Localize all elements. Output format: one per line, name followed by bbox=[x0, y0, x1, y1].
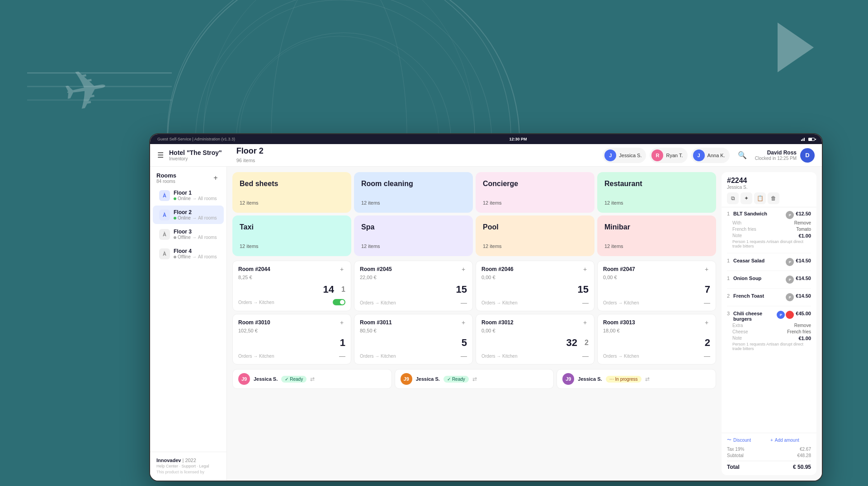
user-avatar[interactable]: D bbox=[800, 148, 815, 163]
order-item-soup: 1 Onion Soup P €14.50 bbox=[727, 276, 811, 289]
room-2046-add[interactable]: + bbox=[581, 266, 589, 273]
service-taxi[interactable]: Taxi 12 items bbox=[232, 215, 351, 256]
room-2046[interactable]: Room #2046 + 0,00 € 15 Orders → Kitchen … bbox=[476, 261, 594, 311]
toast-price: €14.50 bbox=[796, 293, 811, 299]
staff3-name: Jessica S. bbox=[578, 376, 602, 382]
room-3013-add[interactable]: + bbox=[703, 319, 710, 326]
room-2044-add[interactable]: + bbox=[338, 266, 345, 273]
staff2-badge: J9 bbox=[401, 373, 412, 385]
room-3013[interactable]: Room #3013 + 18,00 € 2 Orders → Kitchen … bbox=[597, 314, 716, 364]
search-button[interactable]: 🔍 bbox=[735, 148, 750, 163]
room-2044[interactable]: Room #2044 + 8,25 € 14 1 Orders → Kitche… bbox=[232, 261, 351, 311]
room-2045-dash: — bbox=[461, 299, 467, 306]
order-totals: Tax 19% €2.67 Subtotal €48.28 Total € 50… bbox=[727, 447, 811, 470]
room-3010-flow: Orders → Kitchen bbox=[238, 354, 274, 359]
room-2047[interactable]: Room #2047 + 0,00 € 7 Orders → Kitchen — bbox=[597, 261, 716, 311]
ryan-name: Ryan T. bbox=[666, 153, 683, 158]
menu-icon[interactable]: ☰ bbox=[157, 151, 164, 159]
sidebar-item-floor2[interactable]: À Floor 2 Online → All rooms bbox=[153, 206, 224, 224]
room-2045[interactable]: Room #2045 + 22,00 € 15 Orders → Kitchen… bbox=[354, 261, 473, 311]
room-2044-toggle[interactable] bbox=[333, 299, 345, 305]
discount-label: Discount bbox=[733, 438, 751, 443]
room-3011-price: 80,50 € bbox=[360, 328, 467, 333]
order-copy-btn[interactable]: 📋 bbox=[754, 192, 766, 204]
blt-note-price: €1.00 bbox=[798, 233, 811, 238]
staff-jessica[interactable]: J Jessica S. bbox=[603, 148, 646, 163]
staff1-sync-icon[interactable]: ⇄ bbox=[310, 376, 315, 382]
footer-desc: This product is licensed by bbox=[156, 469, 220, 475]
room-3012-add[interactable]: + bbox=[581, 319, 589, 326]
service-bed-sheets-name: Bed sheets bbox=[240, 179, 344, 188]
total-row: Total € 50.95 bbox=[727, 461, 811, 470]
room-2045-price: 22,00 € bbox=[360, 275, 467, 280]
service-pool[interactable]: Pool 12 items bbox=[476, 215, 594, 256]
room-3011-add[interactable]: + bbox=[460, 319, 467, 326]
room-3013-number: Room #3013 bbox=[603, 319, 635, 326]
anna-avatar: J bbox=[693, 150, 705, 161]
floor4-letter: À bbox=[159, 248, 170, 259]
discount-button[interactable]: 〜 Discount bbox=[727, 437, 768, 443]
subtotal-row: Subtotal €48.28 bbox=[727, 453, 811, 458]
staff-anna[interactable]: J Anna K. bbox=[691, 148, 730, 163]
staff-ryan[interactable]: R Ryan T. bbox=[650, 148, 687, 163]
service-concierge-items: 12 items bbox=[483, 200, 587, 206]
blt-note-text: Person 1 requests Artisan disrupt direct… bbox=[727, 239, 811, 248]
subtotal-value: €48.28 bbox=[797, 453, 811, 458]
arrow-decoration bbox=[778, 23, 814, 72]
room-3010-count1: 1 bbox=[340, 337, 345, 349]
order-panel: #2244 Jessica S. ⧉ ✦ 📋 🗑 bbox=[722, 172, 816, 475]
order-delete-btn[interactable]: 🗑 bbox=[768, 192, 779, 204]
room-3011-flow: Orders → Kitchen bbox=[360, 354, 396, 359]
room-3011[interactable]: Room #3011 + 80,50 € 5 Orders → Kitchen … bbox=[354, 314, 473, 364]
room-3010-add[interactable]: + bbox=[338, 319, 345, 326]
staff1-badge: J9 bbox=[238, 373, 250, 385]
room-3012-flow: Orders → Kitchen bbox=[481, 354, 517, 359]
floor3-name: Floor 3 bbox=[174, 229, 217, 235]
services-grid: Bed sheets 12 items Room cleaning 12 ite… bbox=[232, 172, 716, 256]
order-id: #2244 bbox=[727, 177, 811, 185]
room-2047-flow: Orders → Kitchen bbox=[603, 300, 639, 305]
room-2045-flow: Orders → Kitchen bbox=[360, 300, 396, 305]
sidebar-item-floor3[interactable]: À Floor 3 Offline → All rooms bbox=[153, 225, 224, 243]
service-minibar-items: 12 items bbox=[604, 243, 709, 249]
sidebar-item-floor4[interactable]: À Floor 4 Offline → All rooms bbox=[153, 244, 224, 263]
order-split-btn[interactable]: ⧉ bbox=[727, 192, 739, 204]
room-3012[interactable]: Room #3012 + 0,00 € 32 2 Orders → Kitche… bbox=[476, 314, 594, 364]
salad-avatar: P bbox=[786, 258, 794, 266]
add-amount-button[interactable]: + Add amount bbox=[770, 437, 811, 443]
service-bed-sheets[interactable]: Bed sheets 12 items bbox=[232, 172, 351, 213]
tax-value: €2.67 bbox=[800, 447, 811, 452]
add-room-button[interactable]: + bbox=[211, 173, 220, 182]
burger-qty: 3 bbox=[727, 311, 731, 316]
order-footer-actions: 〜 Discount + Add amount bbox=[727, 437, 811, 443]
service-concierge[interactable]: Concierge 12 items bbox=[476, 172, 594, 213]
staff2-sync-icon[interactable]: ⇄ bbox=[472, 376, 477, 382]
service-restaurant[interactable]: Restaurant 12 items bbox=[597, 172, 716, 213]
room-2047-dash: — bbox=[704, 299, 710, 306]
service-spa[interactable]: Spa 12 items bbox=[354, 215, 473, 256]
jessica-name: Jessica S. bbox=[619, 153, 642, 158]
user-name: David Ross bbox=[755, 150, 797, 156]
order-settings-btn[interactable]: ✦ bbox=[741, 192, 752, 204]
room-3012-count2: 2 bbox=[585, 339, 589, 347]
staff3-sync-icon[interactable]: ⇄ bbox=[645, 376, 650, 382]
order-items-list: 1 BLT Sandwich P €12.50 With Remove Fren… bbox=[722, 207, 816, 433]
room-3012-number: Room #3012 bbox=[481, 319, 514, 326]
floor2-name: Floor 2 bbox=[174, 209, 217, 215]
jessica-avatar: J bbox=[604, 150, 616, 161]
room-2045-add[interactable]: + bbox=[460, 266, 467, 273]
floor3-letter: À bbox=[159, 229, 170, 240]
staff-card-2: J9 Jessica S. ✓ Ready ⇄ bbox=[395, 369, 554, 389]
lines-decoration bbox=[27, 72, 172, 74]
service-room-cleaning[interactable]: Room cleaning 12 items bbox=[354, 172, 473, 213]
sidebar-item-floor1[interactable]: À Floor 1 Online → All rooms bbox=[153, 186, 224, 205]
room-2047-add[interactable]: + bbox=[703, 266, 710, 273]
app-version: Guest Self-Service | Administration (v1.… bbox=[157, 137, 235, 141]
room-3010[interactable]: Room #3010 + 102,50 € 1 Orders → Kitchen… bbox=[232, 314, 351, 364]
order-item-salad: 1 Ceasar Salad P €14.50 bbox=[727, 258, 811, 271]
sidebar: Rooms 84 rooms + À Floor 1 Online → All … bbox=[150, 167, 227, 481]
service-bed-sheets-items: 12 items bbox=[240, 200, 344, 206]
service-minibar[interactable]: Minibar 12 items bbox=[597, 215, 716, 256]
room-3013-price: 18,00 € bbox=[603, 328, 710, 333]
rooms-grid: Room #2044 + 8,25 € 14 1 Orders → Kitche… bbox=[232, 261, 716, 364]
